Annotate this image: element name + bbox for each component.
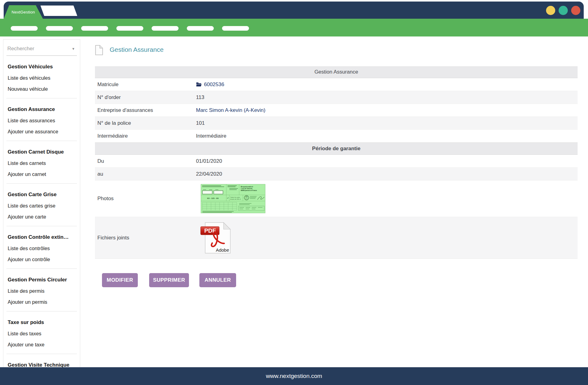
table-row-du: Du 01/01/2020 bbox=[95, 155, 578, 168]
sidebar-section-vehicules: Gestion Véhicules Liste des véhicules No… bbox=[6, 56, 77, 98]
num-police-value: 101 bbox=[196, 120, 205, 126]
sidebar-section-title: Gestion Assurance bbox=[8, 106, 76, 112]
sidebar-item-liste-vehicules[interactable]: Liste des véhicules bbox=[8, 75, 76, 81]
window-tab-placeholder[interactable] bbox=[40, 6, 77, 16]
maximize-dot-icon[interactable] bbox=[559, 6, 568, 15]
field-label: Du bbox=[95, 158, 196, 164]
table-caption: Gestion Assurance bbox=[95, 66, 578, 78]
sidebar: Rechercher ▼ Gestion Véhicules Liste des… bbox=[3, 39, 80, 367]
sidebar-section-title: Gestion Véhicules bbox=[8, 64, 76, 70]
entreprise-link[interactable]: Marc Simon A-kevin (A-Kevin) bbox=[196, 107, 266, 113]
card-address-line: Bloquedonnable.fr bbox=[241, 186, 253, 188]
sidebar-item-liste-cartes[interactable]: Liste des cartes grise bbox=[8, 203, 76, 209]
date-du-value: 01/01/2020 bbox=[196, 158, 222, 164]
nav-item-placeholder-3[interactable] bbox=[81, 26, 108, 31]
sidebar-item-ajouter-taxe[interactable]: Ajouter une taxe bbox=[8, 342, 76, 348]
nav-item-placeholder-5[interactable] bbox=[152, 26, 179, 31]
sidebar-section-title: Gestion Permis Circuler bbox=[8, 277, 76, 283]
card-logo-text: CO bbox=[245, 196, 248, 198]
sidebar-section-taxe: Taxe sur poids Liste des taxes Ajouter u… bbox=[6, 311, 77, 354]
app-window: NextGestion Rechercher ▼ Gestion Véhicul… bbox=[0, 0, 588, 385]
card-logo-text: VeO2 bbox=[245, 198, 248, 200]
card-note-line: de plus de 300 ch bbox=[230, 198, 241, 200]
sidebar-item-ajouter-permis[interactable]: Ajouter un permis bbox=[8, 299, 76, 305]
card-address-line: 1 rue de l'Internet bbox=[241, 188, 253, 189]
card-category: e7 bbox=[227, 197, 229, 199]
sidebar-section-permis: Gestion Permis Circuler Liste des permis… bbox=[6, 269, 77, 311]
matricule-link[interactable]: 6002536 bbox=[196, 82, 224, 88]
sidebar-section-carnet: Gestion Carnet Disque Liste des carnets … bbox=[6, 141, 77, 184]
pdf-attachment-icon[interactable]: PDF Adobe bbox=[200, 222, 231, 254]
intermediaire-value: Intermédiaire bbox=[196, 133, 226, 139]
sidebar-item-ajouter-controle[interactable]: Ajouter un contrôle bbox=[8, 257, 76, 262]
sidebar-item-liste-assurances[interactable]: Liste des assurances bbox=[8, 118, 76, 124]
field-label: N° d'order bbox=[95, 94, 196, 101]
brand-logo-tab: NextGestion bbox=[4, 5, 43, 19]
table-row-matricule: Matricule 6002536 bbox=[95, 78, 578, 91]
sidebar-item-liste-taxes[interactable]: Liste des taxes bbox=[8, 331, 76, 337]
annuler-button[interactable]: ANNULER bbox=[199, 273, 236, 287]
window-controls bbox=[546, 6, 580, 15]
table-row-num-police: N° de la police 101 bbox=[95, 117, 578, 130]
main-navbar bbox=[0, 19, 588, 36]
page-title: Gestion Assurance bbox=[110, 46, 164, 53]
nav-item-placeholder-7[interactable] bbox=[222, 26, 249, 31]
field-label: au bbox=[95, 171, 196, 177]
assurance-detail-table: Gestion Assurance Matricule 6002536 N° d… bbox=[95, 66, 578, 259]
sidebar-section-title: Gestion Carnet Disque bbox=[8, 149, 76, 155]
sidebar-item-nouveau-vehicule[interactable]: Nouveau véhicule bbox=[8, 86, 76, 92]
table-row-intermediaire: Intermédiaire Intermédiaire bbox=[95, 130, 578, 143]
card-address-line: 99999 partout en France bbox=[241, 190, 257, 191]
minimize-dot-icon[interactable] bbox=[546, 6, 555, 15]
sidebar-section-carte-grise: Gestion Carte Grise Liste des cartes gri… bbox=[6, 184, 77, 226]
close-dot-icon[interactable] bbox=[571, 6, 580, 15]
nav-item-placeholder-2[interactable] bbox=[46, 26, 73, 31]
matricule-value: 6002536 bbox=[204, 82, 224, 88]
field-label: Photos bbox=[95, 196, 196, 202]
date-au-value: 22/04/2020 bbox=[196, 171, 222, 177]
sidebar-section-visite: Gestion Visite Technique Liste des visit… bbox=[6, 354, 77, 367]
modifier-button[interactable]: MODIFIER bbox=[102, 273, 138, 287]
search-select-value: Rechercher bbox=[7, 46, 34, 52]
sidebar-section-title: Gestion Carte Grise bbox=[8, 192, 76, 198]
sidebar-item-ajouter-carnet[interactable]: Ajouter un carnet bbox=[8, 171, 76, 177]
table-row-entreprise: Entreprise d'assurances Marc Simon A-kev… bbox=[95, 104, 578, 117]
field-label: Entreprise d'assurances bbox=[95, 107, 196, 113]
window-titlebar: NextGestion bbox=[4, 2, 584, 19]
nav-item-placeholder-6[interactable] bbox=[187, 26, 214, 31]
nav-item-placeholder-4[interactable] bbox=[116, 26, 143, 31]
card-note-line: Toutes les autos bbox=[230, 196, 240, 198]
num-order-value: 113 bbox=[196, 94, 204, 101]
chevron-down-icon: ▼ bbox=[72, 47, 75, 51]
sidebar-section-assurance: Gestion Assurance Liste des assurances A… bbox=[6, 98, 77, 141]
sidebar-section-title: Gestion Visite Technique bbox=[8, 362, 76, 367]
field-label: Matricule bbox=[95, 82, 196, 88]
insurance-card-photo[interactable]: Bloquedonnable.fr 1 rue de l'Internet 99… bbox=[200, 183, 266, 214]
field-label: Fichiers joints bbox=[95, 235, 196, 241]
adobe-brand-text: Adobe bbox=[216, 247, 229, 253]
supprimer-button[interactable]: SUPPRIMER bbox=[149, 273, 189, 287]
nav-item-placeholder-1[interactable] bbox=[11, 26, 38, 31]
sidebar-item-ajouter-assurance[interactable]: Ajouter une assurance bbox=[8, 129, 76, 135]
sidebar-section-controle: Gestion Contrôle extin… Liste des contrô… bbox=[6, 226, 77, 269]
period-section-header: Période de garantie bbox=[95, 143, 578, 155]
table-row-photos: Photos Bloquedonna bbox=[95, 181, 578, 217]
page-file-icon bbox=[95, 45, 103, 57]
table-row-au: au 22/04/2020 bbox=[95, 168, 578, 181]
brand-name: NextGestion bbox=[12, 10, 35, 14]
sidebar-section-title: Gestion Contrôle extin… bbox=[8, 234, 76, 240]
sidebar-item-liste-permis[interactable]: Liste des permis bbox=[8, 288, 76, 294]
card-plate-number: XX - 123 - XX bbox=[207, 197, 219, 199]
search-select[interactable]: Rechercher ▼ bbox=[6, 43, 77, 56]
footer-url: www.nextgestion.com bbox=[266, 373, 322, 379]
table-row-num-order: N° d'order 113 bbox=[95, 91, 578, 104]
sidebar-item-ajouter-carte[interactable]: Ajouter une carte bbox=[8, 214, 76, 220]
sidebar-item-liste-carnets[interactable]: Liste des carnets bbox=[8, 160, 76, 166]
sidebar-item-liste-controles[interactable]: Liste des contrôles bbox=[8, 246, 76, 251]
footer: www.nextgestion.com bbox=[0, 367, 588, 385]
folder-icon bbox=[196, 82, 202, 87]
field-label: Intermédiaire bbox=[95, 133, 196, 139]
entreprise-value: Marc Simon A-kevin (A-Kevin) bbox=[196, 107, 266, 113]
sidebar-section-title: Taxe sur poids bbox=[8, 319, 76, 326]
table-row-fichiers-joints: Fichiers joints bbox=[95, 217, 578, 259]
